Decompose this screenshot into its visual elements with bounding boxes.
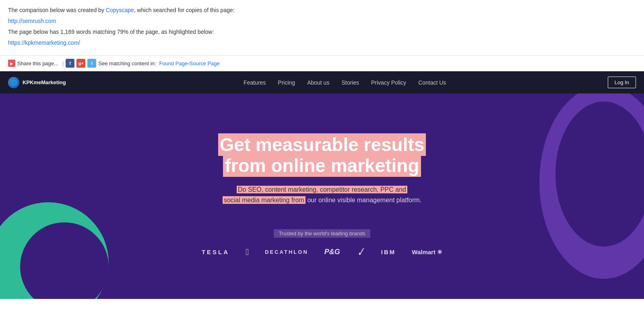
brand-apple:  [246, 247, 249, 257]
hero-title: Get measurable results from online marke… [218, 134, 426, 177]
nav-features[interactable]: Features [244, 79, 266, 86]
hero-subtitle-part3: our online visible management platform. [305, 197, 421, 203]
logo-area: 🌐 KPKmeMarketing [8, 77, 66, 88]
brand-decathlon: DECATHLON [265, 249, 308, 255]
brand-ibm: IBM [381, 249, 396, 255]
nav-links: Features Pricing About us Stories Privac… [82, 79, 608, 86]
match-info: The page below has 1,169 words matching … [8, 28, 636, 36]
brand-walmart: Walmart ✳ [412, 249, 442, 256]
brands-section: Trusted by the world's leading brands TE… [202, 229, 442, 258]
found-url-link[interactable]: https://kpkmemarketing.com/ [8, 39, 80, 46]
login-button[interactable]: Log In [608, 77, 636, 88]
hero-section: Get measurable results from online marke… [0, 93, 644, 299]
copyscape-link[interactable]: Copyscape [106, 7, 134, 13]
facebook-icon[interactable]: f [66, 59, 74, 68]
nav-contact[interactable]: Contact Us [418, 79, 446, 86]
hero-title-line2: from online marketing [223, 154, 421, 177]
nav-pricing[interactable]: Pricing [278, 79, 295, 86]
copyscape-info-bar: The comparison below was created by Copy… [0, 0, 644, 56]
share-icon: ▶ [8, 60, 15, 67]
matching-label: See matching content in: [98, 60, 156, 66]
source-url-link[interactable]: http://semrush.com [8, 18, 56, 24]
brand-tesla: TESLA [202, 249, 229, 255]
pipe-separator: | [62, 60, 64, 66]
hero-subtitle: Do SEO, content marketing, competitor re… [218, 185, 426, 205]
found-url-line: https://kpkmemarketing.com/ [8, 39, 636, 47]
hero-content: Get measurable results from online marke… [218, 134, 426, 222]
social-icons: f g+ t [66, 59, 96, 68]
hero-title-line1: Get measurable results [218, 133, 426, 156]
logo-globe-icon: 🌐 [8, 77, 19, 88]
found-page-link[interactable]: Found Page [159, 60, 188, 66]
nav-about[interactable]: About us [307, 79, 329, 86]
hero-subtitle-part1: Do SEO, content marketing, competitor re… [237, 186, 407, 193]
brands-row: TESLA  DECATHLON P&G ✓ IBM Walmart ✳ [202, 246, 442, 258]
logo-text: KPKmeMarketing [23, 79, 66, 85]
share-bar: ▶ Share this page... | f g+ t See matchi… [0, 56, 644, 71]
source-url-line: http://semrush.com [8, 17, 636, 25]
site-nav: 🌐 KPKmeMarketing Features Pricing About … [0, 71, 644, 93]
share-text: Share this page... [17, 60, 58, 66]
twitter-icon[interactable]: t [87, 59, 96, 68]
copyscape-intro: The comparison below was created by Copy… [8, 6, 636, 15]
brands-label: Trusted by the world's leading brands [274, 229, 370, 238]
nav-stories[interactable]: Stories [341, 79, 359, 86]
brand-pg: P&G [324, 248, 340, 256]
brand-nike: ✓ [355, 245, 366, 259]
source-page-link[interactable]: Source Page [190, 60, 220, 66]
googleplus-icon[interactable]: g+ [76, 59, 85, 68]
hero-subtitle-part2: social media marketing from [223, 196, 305, 204]
nav-privacy[interactable]: Privacy Policy [371, 79, 406, 86]
